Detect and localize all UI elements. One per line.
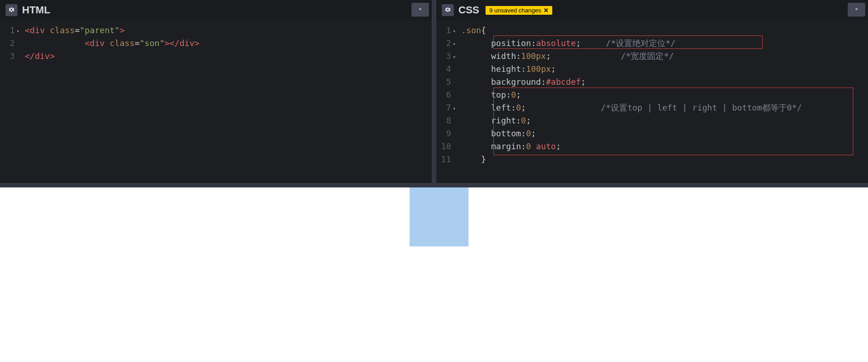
css-editor[interactable]: 1234567891011 .son{ position:absolute; /…: [436, 20, 868, 183]
code-line[interactable]: .son{: [461, 24, 868, 37]
editor-panes: HTML 123 <div class="parent"> <div class…: [0, 0, 868, 183]
css-settings-button[interactable]: [442, 4, 454, 16]
unsaved-badge-text: 9 unsaved changes: [489, 7, 541, 14]
css-panel-header: CSS 9 unsaved changes ✕: [436, 0, 868, 20]
panel-divider[interactable]: [0, 183, 868, 187]
gear-icon: [444, 6, 451, 15]
css-panel-title: CSS: [458, 4, 479, 16]
line-number: 10: [436, 140, 451, 153]
html-settings-button[interactable]: [6, 4, 17, 16]
html-panel-header: HTML: [0, 0, 432, 20]
html-panel: HTML 123 <div class="parent"> <div class…: [0, 0, 432, 183]
css-dropdown-button[interactable]: [848, 3, 865, 17]
line-number: 5: [436, 76, 451, 88]
html-gutter: 123: [0, 24, 18, 183]
code-line[interactable]: </div>: [25, 50, 432, 63]
line-number: 6: [436, 88, 451, 101]
code-line[interactable]: bottom:0;: [461, 127, 868, 140]
code-line[interactable]: }: [461, 153, 868, 166]
code-line[interactable]: <div class="son"></div>: [25, 37, 432, 50]
line-number: 8: [436, 114, 451, 127]
code-line[interactable]: right:0;: [461, 114, 868, 127]
html-code[interactable]: <div class="parent"> <div class="son"></…: [18, 24, 432, 183]
code-line[interactable]: margin:0 auto;: [461, 140, 868, 153]
line-number: 9: [436, 127, 451, 140]
line-number: 1: [436, 24, 451, 37]
css-gutter: 1234567891011: [436, 24, 455, 183]
chevron-down-icon: [417, 6, 423, 14]
code-line[interactable]: height:100px;: [461, 63, 868, 76]
line-number: 11: [436, 153, 451, 166]
chevron-down-icon: [853, 6, 860, 14]
line-number: 3: [0, 50, 15, 63]
preview-pane: [0, 187, 868, 362]
code-line[interactable]: position:absolute; /*设置绝对定位*/: [461, 37, 868, 50]
close-icon[interactable]: ✕: [544, 7, 549, 14]
line-number: 3: [436, 50, 451, 63]
preview-son-box: [410, 187, 469, 246]
css-panel: CSS 9 unsaved changes ✕ 1234567891011 .s…: [436, 0, 868, 183]
line-number: 2: [436, 37, 451, 50]
code-line[interactable]: <div class="parent">: [25, 24, 432, 37]
code-line[interactable]: width:100px; /*宽度固定*/: [461, 50, 868, 63]
css-code[interactable]: .son{ position:absolute; /*设置绝对定位*/ widt…: [455, 24, 868, 183]
code-line[interactable]: background:#abcdef;: [461, 76, 868, 88]
line-number: 7: [436, 101, 451, 114]
code-line[interactable]: top:0;: [461, 88, 868, 101]
code-line[interactable]: left:0; /*设置top | left | right | bottom都…: [461, 101, 868, 114]
line-number: 4: [436, 63, 451, 76]
unsaved-changes-badge[interactable]: 9 unsaved changes ✕: [486, 6, 552, 15]
html-editor[interactable]: 123 <div class="parent"> <div class="son…: [0, 20, 432, 183]
line-number: 1: [0, 24, 15, 37]
line-number: 2: [0, 37, 15, 50]
html-panel-title: HTML: [22, 4, 50, 16]
gear-icon: [8, 6, 15, 15]
html-dropdown-button[interactable]: [411, 3, 429, 17]
